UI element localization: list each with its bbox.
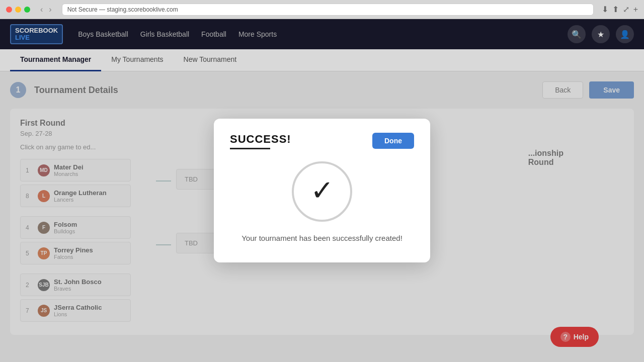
success-message: Your tournament has been successfully cr…: [242, 234, 403, 242]
modal-title-underline: [230, 148, 270, 149]
modal-header: SUCCESS! Done: [230, 133, 414, 149]
url-text: Not Secure — staging.scorebooklive.com: [67, 6, 178, 13]
browser-chrome: ‹ › Not Secure — staging.scorebooklive.c…: [0, 0, 644, 19]
back-nav-button[interactable]: ‹: [38, 4, 45, 15]
expand-icon: ⤢: [623, 5, 629, 14]
browser-titlebar: ‹ › Not Secure — staging.scorebooklive.c…: [0, 0, 644, 19]
modal-title: SUCCESS!: [230, 133, 291, 146]
browser-actions: ⬇ ⬆ ⤢ +: [602, 5, 638, 14]
close-window-button[interactable]: [6, 7, 12, 13]
success-circle: ✓: [292, 161, 352, 222]
modal-done-button[interactable]: Done: [372, 133, 414, 149]
forward-nav-button[interactable]: ›: [47, 4, 53, 15]
minimize-window-button[interactable]: [15, 7, 21, 13]
modal-body: ✓ Your tournament has been successfully …: [230, 161, 414, 242]
checkmark-icon: ✓: [310, 176, 334, 205]
traffic-lights: [6, 7, 30, 13]
app-container: SCOREBOOK LIVE Boys Basketball Girls Bas…: [0, 19, 644, 362]
modal-overlay: SUCCESS! Done ✓ Your tournament has been…: [0, 19, 644, 362]
maximize-window-button[interactable]: [24, 7, 30, 13]
address-bar[interactable]: Not Secure — staging.scorebooklive.com: [62, 4, 594, 16]
share-icon: ⬆: [612, 5, 619, 14]
browser-nav-buttons: ‹ ›: [38, 4, 54, 15]
new-tab-icon: +: [633, 5, 638, 14]
success-modal: SUCCESS! Done ✓ Your tournament has been…: [214, 119, 430, 262]
modal-title-container: SUCCESS!: [230, 133, 291, 149]
download-icon: ⬇: [602, 5, 608, 14]
